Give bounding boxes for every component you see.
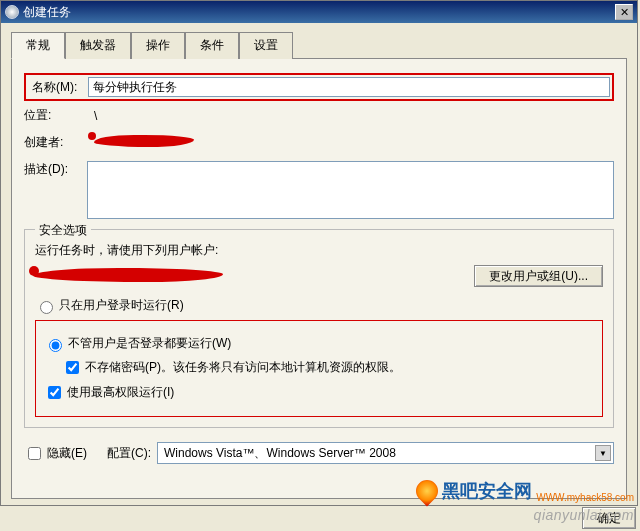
checkbox-hidden[interactable]: 隐藏(E) [24, 444, 87, 463]
configure-for-label: 配置(C): [107, 445, 151, 462]
creator-value-redacted [94, 135, 614, 150]
runas-text: 运行任务时，请使用下列用户帐户: [35, 242, 603, 259]
location-value: \ [94, 109, 614, 123]
no-password-input[interactable] [66, 361, 79, 374]
bottom-row: 隐藏(E) 配置(C): Windows Vista™、Windows Serv… [24, 442, 614, 464]
location-row: 位置: \ [24, 107, 614, 124]
app-icon [5, 5, 19, 19]
tab-triggers[interactable]: 触发器 [65, 32, 131, 59]
tab-settings[interactable]: 设置 [239, 32, 293, 59]
creator-label: 创建者: [24, 134, 94, 151]
checkbox-highest-privileges[interactable]: 使用最高权限运行(I) [44, 383, 594, 402]
highest-priv-label: 使用最高权限运行(I) [67, 384, 174, 401]
radio-run-when-logged-on[interactable]: 只在用户登录时运行(R) [35, 297, 603, 314]
change-user-button[interactable]: 更改用户或组(U)... [474, 265, 603, 287]
hidden-label: 隐藏(E) [47, 445, 87, 462]
security-groupbox: 安全选项 运行任务时，请使用下列用户帐户: 更改用户或组(U)... 只在用户登… [24, 229, 614, 428]
name-label: 名称(M): [32, 79, 84, 96]
runas-account-row: 更改用户或组(U)... [35, 265, 603, 287]
description-label: 描述(D): [24, 161, 87, 178]
name-row-highlight: 名称(M): [24, 73, 614, 101]
creator-row: 创建者: [24, 134, 614, 151]
tab-conditions[interactable]: 条件 [185, 32, 239, 59]
titlebar[interactable]: 创建任务 ✕ [1, 1, 637, 23]
configure-for-select[interactable]: Windows Vista™、Windows Server™ 2008 ▼ [157, 442, 614, 464]
window-title: 创建任务 [23, 4, 615, 21]
radio-logged-on-label: 只在用户登录时运行(R) [59, 297, 184, 314]
hidden-input[interactable] [28, 447, 41, 460]
radio-run-always[interactable]: 不管用户是否登录都要运行(W) [44, 335, 594, 352]
run-options-highlight: 不管用户是否登录都要运行(W) 不存储密码(P)。该任务将只有访问本地计算机资源… [35, 320, 603, 417]
radio-always-input[interactable] [49, 339, 62, 352]
tab-panel-general: 名称(M): 位置: \ 创建者: 描述(D): 安全选项 运行任务时，请使用下… [11, 59, 627, 499]
security-legend: 安全选项 [35, 222, 91, 239]
location-label: 位置: [24, 107, 94, 124]
create-task-window: 创建任务 ✕ 常规 触发器 操作 条件 设置 名称(M): 位置: \ 创建者: [0, 0, 638, 506]
tabstrip: 常规 触发器 操作 条件 设置 [11, 31, 627, 59]
radio-always-label: 不管用户是否登录都要运行(W) [68, 335, 231, 352]
tab-actions[interactable]: 操作 [131, 32, 185, 59]
no-password-label: 不存储密码(P)。该任务将只有访问本地计算机资源的权限。 [85, 359, 401, 376]
window-body: 常规 触发器 操作 条件 设置 名称(M): 位置: \ 创建者: 描述(D) [1, 23, 637, 505]
name-input[interactable] [88, 77, 610, 97]
checkbox-no-password[interactable]: 不存储密码(P)。该任务将只有访问本地计算机资源的权限。 [62, 358, 594, 377]
close-button[interactable]: ✕ [615, 4, 633, 20]
highest-priv-input[interactable] [48, 386, 61, 399]
ok-button[interactable]: 确定 [582, 507, 636, 529]
tab-general[interactable]: 常规 [11, 32, 65, 59]
radio-logged-on-input[interactable] [40, 301, 53, 314]
description-textarea[interactable] [87, 161, 615, 219]
description-row: 描述(D): [24, 161, 614, 219]
chevron-down-icon[interactable]: ▼ [595, 445, 611, 461]
ok-button-wrap: 确定 [582, 507, 636, 529]
configure-for-value: Windows Vista™、Windows Server™ 2008 [164, 445, 396, 462]
runas-account-redacted [35, 268, 474, 285]
